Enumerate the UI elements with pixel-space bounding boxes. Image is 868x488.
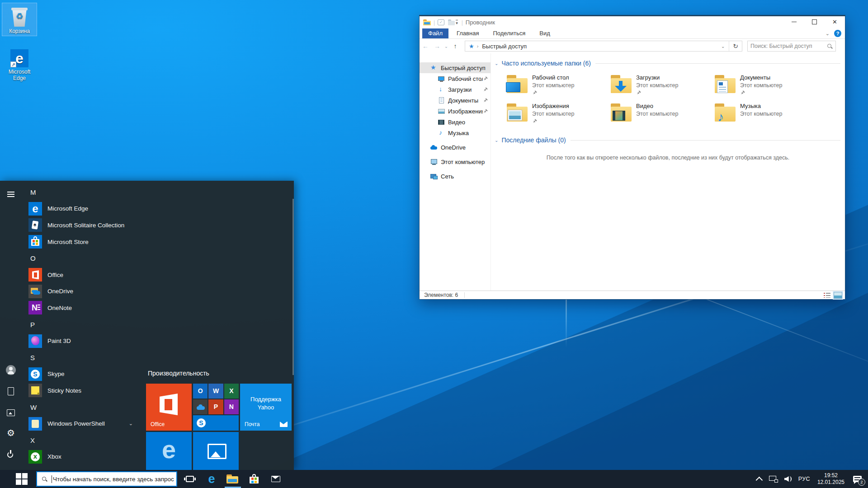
expand-ribbon-chevron-icon[interactable]: ⌄ [826, 31, 830, 37]
sidebar-item[interactable]: Сеть [420, 171, 491, 182]
forward-button[interactable]: → [431, 42, 443, 50]
folder-item[interactable]: Загрузки Этот компьютер [611, 74, 711, 101]
user-account-button[interactable] [0, 359, 22, 380]
start-app-row[interactable]: Xbox ⌄ [22, 449, 140, 465]
start-app-row[interactable]: Microsoft Edge ⌄ [22, 201, 140, 217]
volume-tray-button[interactable] [781, 470, 795, 488]
title-bar[interactable]: | ✓ ▾ | Проводник ✕ [420, 16, 845, 28]
sidebar-item-icon [438, 108, 445, 115]
hamburger-menu-button[interactable] [0, 184, 22, 204]
sidebar-item[interactable]: Этот компьютер [420, 156, 491, 167]
folder-item[interactable]: Музыка Этот компьютер [715, 103, 815, 130]
address-dropdown-chevron-icon[interactable]: ⌄ [717, 44, 729, 49]
small-tile[interactable]: W [208, 384, 223, 399]
taskbar-store-button[interactable] [244, 470, 264, 488]
breadcrumb[interactable]: Быстрый доступ [482, 43, 527, 50]
small-tile[interactable]: P [208, 399, 223, 414]
start-app-row[interactable]: O ⌄ [22, 250, 140, 267]
customize-qat-chevron-icon[interactable]: ▾ [456, 20, 458, 25]
start-menu-scrollbar[interactable] [292, 199, 294, 375]
sidebar-item[interactable]: Рабочий стол [420, 73, 491, 84]
ribbon-tab[interactable]: Поделиться [487, 28, 531, 38]
start-app-row[interactable]: P ⌄ [22, 316, 140, 333]
start-app-row[interactable]: X ⌄ [22, 432, 140, 449]
ribbon-tab[interactable]: Главная [451, 28, 485, 38]
section-recent-files[interactable]: ⌄ Последние файлы (0) [495, 136, 840, 144]
small-tile[interactable]: S [193, 415, 239, 431]
start-button[interactable] [11, 470, 33, 488]
power-button[interactable] [0, 444, 22, 465]
start-app-row[interactable]: Sticky Notes ⌄ [22, 382, 140, 399]
help-icon[interactable]: ? [834, 30, 841, 37]
taskbar-search-input[interactable]: Чтобы начать поиск, введите здесь запрос [36, 471, 177, 487]
back-button[interactable]: ← [420, 42, 431, 50]
clock[interactable]: 19:5212.01.2025 [813, 470, 849, 488]
small-tile[interactable] [193, 399, 208, 414]
sidebar-item[interactable]: Музыка [420, 127, 491, 138]
new-folder-qat-icon[interactable] [448, 19, 455, 25]
small-tile[interactable]: X [224, 384, 239, 399]
pin-icon [532, 119, 537, 124]
ribbon-tab[interactable]: Вид [533, 28, 556, 38]
desktop-icon-edge[interactable]: e↗ MicrosoftEdge [2, 43, 37, 83]
task-view-button[interactable] [180, 470, 200, 488]
folder-item[interactable]: Документы Этот компьютер [715, 74, 815, 101]
sidebar-item[interactable]: Документы [420, 95, 491, 106]
start-app-row[interactable]: M ⌄ [22, 184, 140, 201]
tile-photos[interactable]: Фотографии [193, 432, 239, 470]
small-tile[interactable]: O [193, 384, 208, 399]
start-app-row[interactable]: Paint 3D ⌄ [22, 333, 140, 349]
start-app-row[interactable]: Microsoft Store ⌄ [22, 234, 140, 250]
maximize-button[interactable] [804, 15, 825, 28]
tray-expand-button[interactable] [755, 470, 766, 488]
start-app-row[interactable]: W ⌄ [22, 399, 140, 416]
up-button[interactable]: ↑ [449, 42, 461, 50]
taskbar-edge-button[interactable]: e [202, 470, 222, 488]
tile-mail[interactable]: ПоддержкаYahoo Почта [240, 384, 292, 431]
tile-office[interactable]: Office [146, 384, 192, 431]
properties-qat-icon[interactable]: ✓ [438, 19, 444, 25]
address-bar[interactable]: ★ › Быстрый доступ ⌄ ↻ [465, 41, 742, 52]
tile-group-label: Производительность [148, 370, 209, 377]
pictures-rail-button[interactable] [0, 402, 22, 423]
refresh-icon[interactable]: ↻ [729, 41, 742, 51]
settings-button[interactable] [0, 423, 22, 444]
documents-rail-button[interactable] [0, 380, 22, 402]
desktop-icon-recycle-bin[interactable]: ♻ Корзина [2, 3, 37, 36]
sidebar-item[interactable]: Изображения [420, 106, 491, 117]
taskbar-mail-button[interactable] [266, 470, 286, 488]
breadcrumb-chevron-icon[interactable]: › [477, 43, 479, 49]
start-app-row[interactable]: S ⌄ [22, 349, 140, 366]
sidebar-item[interactable]: OneDrive [420, 142, 491, 153]
small-tile[interactable]: N [224, 399, 239, 414]
start-app-row[interactable]: Office ⌄ [22, 267, 140, 283]
start-app-row[interactable]: Microsoft Solitaire Collection ⌄ [22, 217, 140, 234]
search-icon[interactable] [827, 43, 833, 49]
action-center-button[interactable]: 2 [849, 470, 868, 488]
tile-microsoft-edge[interactable]: e Microsoft Edge [146, 432, 192, 470]
sidebar-item[interactable]: Загрузки [420, 84, 491, 95]
ribbon-tab[interactable]: Файл [422, 28, 448, 38]
collapse-chevron-icon[interactable]: ⌄ [495, 138, 498, 143]
search-input[interactable]: Поиск: Быстрый доступ [747, 41, 836, 52]
recent-locations-chevron-icon[interactable]: ⌄ [443, 44, 449, 49]
taskbar-explorer-button[interactable] [222, 470, 242, 488]
minimize-button[interactable] [784, 15, 804, 28]
view-list-icon[interactable] [824, 292, 830, 298]
folder-icon [715, 103, 736, 122]
sidebar-item[interactable]: Видео [420, 117, 491, 127]
sidebar-item[interactable]: Быстрый доступ [420, 62, 491, 73]
close-button[interactable]: ✕ [825, 15, 845, 28]
view-thumbnails-icon[interactable] [834, 292, 842, 299]
network-tray-button[interactable] [766, 470, 781, 488]
folder-item[interactable]: Изображения Этот компьютер [507, 103, 607, 130]
language-indicator[interactable]: РУС [795, 470, 813, 488]
chevron-down-icon[interactable]: ⌄ [129, 421, 133, 427]
start-app-row[interactable]: Windows PowerShell ⌄ [22, 415, 140, 432]
start-app-row[interactable]: OneDrive ⌄ [22, 283, 140, 300]
start-app-row[interactable]: Skype ⌄ [22, 366, 140, 383]
start-app-row[interactable]: Б ⌄ [22, 465, 140, 470]
start-app-row[interactable]: OneNote ⌄ [22, 300, 140, 316]
folder-item[interactable]: Рабочий стол Этот компьютер [507, 74, 607, 101]
folder-item[interactable]: Видео Этот компьютер [611, 103, 711, 130]
